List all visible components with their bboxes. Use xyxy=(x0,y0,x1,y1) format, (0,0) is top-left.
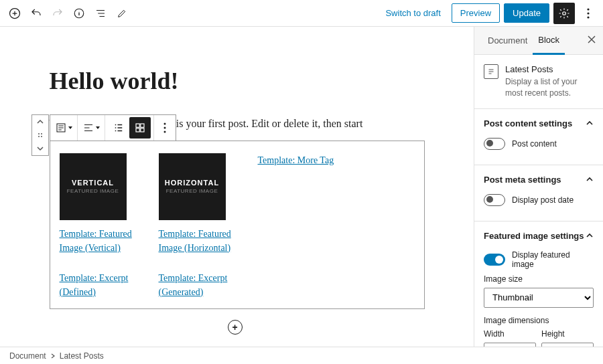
info-button[interactable] xyxy=(70,4,88,23)
redo-button[interactable] xyxy=(48,4,67,23)
block-mover xyxy=(31,114,49,156)
tab-document[interactable]: Document xyxy=(482,27,533,54)
list-view-button[interactable] xyxy=(108,117,129,139)
svg-rect-11 xyxy=(136,124,139,127)
insert-block-button[interactable]: + xyxy=(228,320,243,335)
panel-post-content[interactable]: Post content settings xyxy=(474,109,603,138)
panel-post-meta[interactable]: Post meta settings xyxy=(474,165,603,194)
block-more-button[interactable] xyxy=(154,117,176,139)
svg-point-15 xyxy=(163,122,165,124)
toggle-label: Display featured image xyxy=(512,250,594,269)
chevron-right-icon xyxy=(50,353,56,359)
toggle-post-date[interactable] xyxy=(484,194,505,206)
toggle-label: Display post date xyxy=(512,195,574,205)
post-title[interactable]: Hello world! xyxy=(50,67,425,95)
width-label: Width xyxy=(484,329,536,339)
svg-point-7 xyxy=(41,133,42,134)
svg-point-5 xyxy=(587,16,589,18)
svg-point-8 xyxy=(38,136,40,137)
settings-sidebar: Document Block Latest Posts Display a li… xyxy=(474,27,603,347)
move-up-button[interactable] xyxy=(32,115,48,128)
update-button[interactable]: Update xyxy=(504,3,549,23)
svg-point-16 xyxy=(163,126,165,128)
featured-thumb: VERTICAL FEATURED IMAGE xyxy=(60,153,127,220)
latest-posts-icon xyxy=(484,64,498,79)
svg-rect-13 xyxy=(136,128,139,131)
align-button[interactable] xyxy=(80,117,102,139)
block-desc: Display a list of your most recent posts… xyxy=(505,76,594,99)
svg-point-3 xyxy=(587,8,589,10)
grid-view-button[interactable] xyxy=(129,117,151,139)
drag-handle[interactable] xyxy=(32,128,48,142)
svg-rect-14 xyxy=(140,128,143,131)
preview-button[interactable]: Preview xyxy=(452,3,500,23)
block-type-button[interactable] xyxy=(53,117,74,139)
image-size-select[interactable]: Thumbnail xyxy=(484,288,594,308)
post-item: Template: More Tag xyxy=(258,153,338,255)
svg-rect-12 xyxy=(140,124,143,127)
post-link[interactable]: Template: Excerpt (Generated) xyxy=(159,273,228,297)
toggle-featured-image[interactable] xyxy=(484,254,505,266)
toggle-label: Post content xyxy=(512,139,557,149)
post-link[interactable]: Template: Featured Image (Vertical) xyxy=(60,229,132,253)
chevron-up-icon xyxy=(586,232,594,240)
move-down-button[interactable] xyxy=(32,142,48,155)
image-dimensions-label: Image dimensions xyxy=(484,316,594,325)
post-item: Template: Excerpt (Generated) xyxy=(159,271,239,299)
block-toolbar xyxy=(50,114,176,141)
edit-button[interactable] xyxy=(113,4,131,23)
breadcrumb-root[interactable]: Document xyxy=(9,351,46,361)
add-block-button[interactable] xyxy=(5,4,24,23)
toggle-post-content[interactable] xyxy=(484,138,505,150)
post-item: Template: Excerpt (Defined) xyxy=(60,271,140,299)
post-item: VERTICAL FEATURED IMAGE Template: Featur… xyxy=(60,153,140,255)
post-link[interactable]: Template: Excerpt (Defined) xyxy=(60,273,129,297)
svg-point-2 xyxy=(563,11,566,15)
image-size-label: Image size xyxy=(484,274,594,284)
more-menu-button[interactable] xyxy=(579,3,598,24)
undo-button[interactable] xyxy=(27,4,46,23)
block-title: Latest Posts xyxy=(505,64,594,74)
featured-thumb: HORIZONTAL FEATURED IMAGE xyxy=(159,153,226,220)
svg-point-4 xyxy=(587,12,589,14)
outline-button[interactable] xyxy=(91,4,110,23)
breadcrumb: Document Latest Posts xyxy=(0,347,603,364)
svg-point-17 xyxy=(163,130,165,132)
chevron-up-icon xyxy=(586,119,594,127)
breadcrumb-current[interactable]: Latest Posts xyxy=(60,351,104,361)
svg-point-9 xyxy=(41,136,42,137)
svg-point-6 xyxy=(38,133,40,134)
post-link[interactable]: Template: More Tag xyxy=(258,155,334,165)
switch-to-draft-button[interactable]: Switch to draft xyxy=(379,4,447,22)
close-sidebar-button[interactable] xyxy=(587,35,596,44)
latest-posts-block[interactable]: VERTICAL FEATURED IMAGE Template: Featur… xyxy=(50,141,425,309)
chevron-up-icon xyxy=(586,175,594,183)
tab-block[interactable]: Block xyxy=(533,27,565,55)
panel-featured-image[interactable]: Featured image settings xyxy=(474,221,603,250)
height-label: Height xyxy=(541,329,594,339)
post-item: HORIZONTAL FEATURED IMAGE Template: Feat… xyxy=(159,153,239,255)
settings-button[interactable] xyxy=(553,3,575,24)
post-link[interactable]: Template: Featured Image (Horizontal) xyxy=(159,229,231,253)
